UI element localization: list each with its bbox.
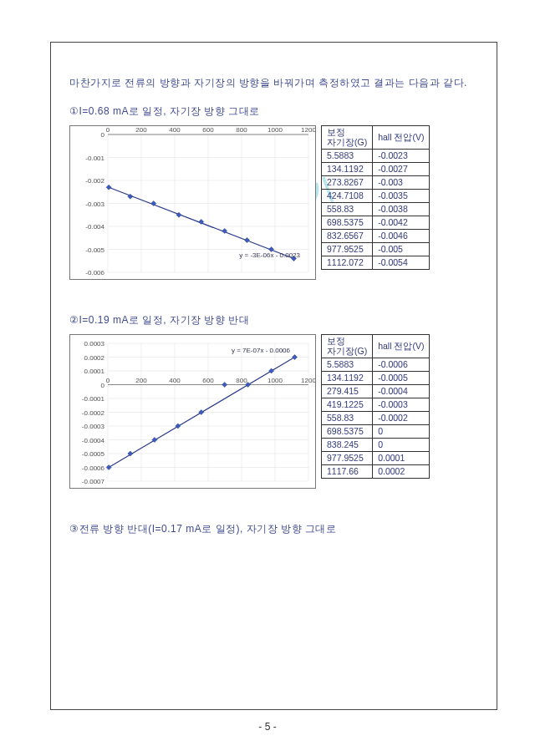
table-row: 5.5883-0.0006: [322, 358, 430, 371]
table-row: 838.2450: [322, 438, 430, 451]
cell-g: 977.9525: [322, 451, 373, 464]
svg-text:-0.0001: -0.0001: [82, 395, 105, 403]
table-row: 558.83-0.0002: [322, 411, 430, 424]
table-row: 977.95250.0001: [322, 451, 430, 464]
table-row: 419.1225-0.0003: [322, 398, 430, 411]
cell-g: 1112.072: [322, 256, 373, 269]
table-header-g: 보정자기장(G): [322, 334, 373, 358]
cell-v: -0.0004: [373, 384, 430, 398]
table-row: 273.8267-0.003: [322, 175, 430, 189]
svg-text:-0.0005: -0.0005: [82, 450, 105, 458]
svg-text:1200: 1200: [301, 376, 316, 383]
table-2: 보정자기장(G) hall 전압(V) 5.5883-0.0006134.119…: [321, 334, 430, 479]
trendline-equation: y = 7E-07x - 0.0006: [232, 347, 290, 354]
svg-text:0: 0: [106, 126, 110, 134]
svg-text:-0.002: -0.002: [85, 177, 104, 185]
table-row: 558.83-0.0038: [322, 202, 430, 216]
cell-g: 134.1192: [322, 371, 373, 384]
table-row: 977.9525-0.005: [322, 242, 430, 256]
cell-v: -0.0035: [373, 189, 430, 202]
svg-text:-0.0003: -0.0003: [82, 423, 105, 430]
cell-v: -0.0027: [373, 162, 430, 175]
intro-paragraph: 마찬가지로 전류의 방향과 자기장의 방향을 바꿔가며 측정하였고 결과는 다음…: [69, 74, 478, 93]
cell-v: 0: [373, 424, 430, 438]
trendline-equation: y = -3E-06x - 0.0023: [239, 251, 300, 259]
svg-text:800: 800: [236, 126, 247, 134]
section2-heading-text: I=0.19 mA로 일정, 자기장 방향 반대: [79, 314, 250, 326]
svg-text:800: 800: [236, 376, 247, 383]
table-header-v: hall 전압(V): [373, 125, 430, 149]
svg-text:1000: 1000: [268, 376, 283, 383]
svg-text:-0.003: -0.003: [85, 200, 104, 207]
table-row: 5.5883-0.0023: [322, 149, 430, 162]
table-row: 424.7108-0.0035: [322, 189, 430, 202]
cell-v: -0.0038: [373, 202, 430, 216]
circled-2-icon: ②: [69, 314, 79, 326]
cell-v: -0.0005: [373, 371, 430, 384]
cell-g: 279.415: [322, 384, 373, 398]
svg-text:-0.001: -0.001: [85, 154, 104, 161]
cell-g: 838.245: [322, 438, 373, 451]
svg-text:0.0003: 0.0003: [84, 340, 105, 348]
svg-text:0: 0: [106, 376, 110, 383]
section2-block: 0200400600800100012000.00030.00020.00010…: [69, 334, 478, 489]
svg-text:-0.0006: -0.0006: [82, 464, 105, 471]
table-row: 698.5375-0.0042: [322, 216, 430, 229]
circled-3-icon: ③: [69, 523, 79, 535]
table-row: 279.415-0.0004: [322, 384, 430, 398]
chart-2: 0200400600800100012000.00030.00020.00010…: [69, 334, 316, 489]
svg-text:600: 600: [202, 376, 214, 383]
section1-heading-text: I=0.68 mA로 일정, 자기장 방향 그대로: [79, 105, 260, 117]
svg-text:-0.004: -0.004: [85, 223, 104, 231]
table-row: 832.6567-0.0046: [322, 229, 430, 242]
svg-text:200: 200: [135, 376, 147, 383]
section2-heading: ②I=0.19 mA로 일정, 자기장 방향 반대: [69, 313, 478, 327]
cell-v: 0.0002: [373, 464, 430, 478]
svg-text:-0.006: -0.006: [85, 269, 104, 277]
cell-g: 698.5375: [322, 424, 373, 438]
svg-text:200: 200: [135, 126, 147, 134]
svg-text:0: 0: [101, 381, 105, 388]
page-frame: 마찬가지로 전류의 방향과 자기장의 방향을 바꿔가며 측정하였고 결과는 다음…: [50, 42, 497, 710]
table-header-g: 보정자기장(G): [322, 125, 373, 149]
svg-text:600: 600: [202, 126, 214, 134]
table-1: 보정자기장(G) hall 전압(V) 5.5883-0.0023134.119…: [321, 125, 430, 270]
section3-heading-text: 전류 방향 반대(I=0.17 mA로 일정), 자기장 방향 그대로: [79, 523, 337, 535]
svg-text:1200: 1200: [301, 126, 316, 134]
cell-g: 134.1192: [322, 162, 373, 175]
svg-text:-0.0002: -0.0002: [82, 408, 105, 416]
svg-text:1000: 1000: [268, 126, 283, 134]
svg-text:-0.005: -0.005: [85, 246, 104, 253]
page-number: - 5 -: [0, 721, 535, 733]
svg-text:400: 400: [169, 376, 181, 383]
cell-v: -0.0042: [373, 216, 430, 229]
cell-g: 5.5883: [322, 358, 373, 371]
section1-block: 0200400600800100012000-0.001-0.002-0.003…: [69, 125, 478, 280]
cell-g: 419.1225: [322, 398, 373, 411]
cell-v: -0.0046: [373, 229, 430, 242]
cell-v: 0: [373, 438, 430, 451]
cell-g: 273.8267: [322, 175, 373, 189]
cell-v: -0.0023: [373, 149, 430, 162]
section1-heading: ①I=0.68 mA로 일정, 자기장 방향 그대로: [69, 104, 478, 119]
svg-text:0: 0: [101, 131, 105, 139]
cell-g: 5.5883: [322, 149, 373, 162]
cell-v: -0.0002: [373, 411, 430, 424]
cell-g: 558.83: [322, 202, 373, 216]
svg-text:400: 400: [169, 126, 181, 134]
cell-v: 0.0001: [373, 451, 430, 464]
cell-g: 558.83: [322, 411, 373, 424]
table-header: 보정자기장(G) hall 전압(V): [322, 334, 430, 358]
table-row: 134.1192-0.0005: [322, 371, 430, 384]
cell-g: 698.5375: [322, 216, 373, 229]
cell-g: 1117.66: [322, 464, 373, 478]
cell-v: -0.003: [373, 175, 430, 189]
svg-text:-0.0007: -0.0007: [82, 478, 105, 485]
svg-text:0.0002: 0.0002: [84, 353, 105, 361]
table-row: 134.1192-0.0027: [322, 162, 430, 175]
cell-g: 977.9525: [322, 242, 373, 256]
svg-text:0.0001: 0.0001: [84, 368, 105, 375]
table-row: 1112.072-0.0054: [322, 256, 430, 269]
section3-heading: ③전류 방향 반대(I=0.17 mA로 일정), 자기장 방향 그대로: [69, 522, 478, 536]
cell-g: 424.7108: [322, 189, 373, 202]
